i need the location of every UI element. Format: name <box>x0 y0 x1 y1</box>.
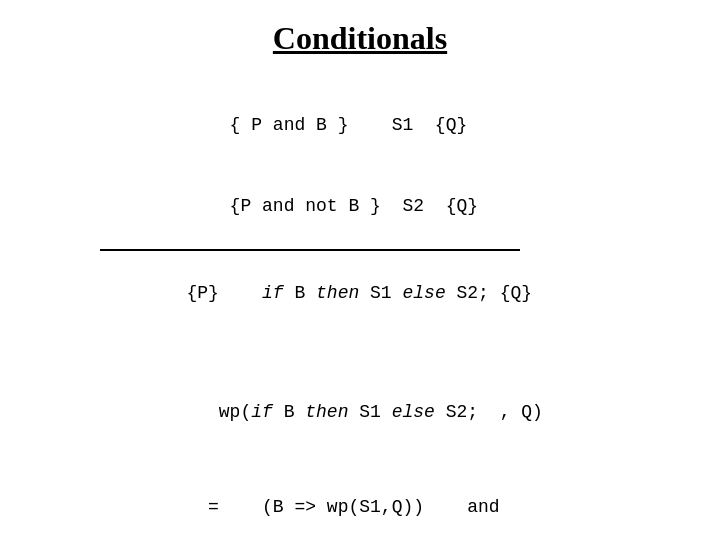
wp-block: wp(if B then S1 else S2; , Q) = (B => wp… <box>100 366 680 540</box>
slide-title: Conditionals <box>40 20 680 57</box>
slide-container: Conditionals { P and B } S1 {Q} {P and n… <box>0 0 720 540</box>
rule-line2: {P and not B } S2 {Q} <box>100 166 680 247</box>
rule-block: { P and B } S1 {Q} {P and not B } S2 {Q}… <box>100 85 680 334</box>
wp-line2: = (B => wp(S1,Q)) and <box>100 462 680 540</box>
rule-line3: {P} if B then S1 else S2; {Q} <box>100 253 680 334</box>
rule-line1: { P and B } S1 {Q} <box>100 85 680 166</box>
fraction-divider <box>100 249 520 251</box>
wp-line1: wp(if B then S1 else S2; , Q) <box>100 366 680 458</box>
content-area: { P and B } S1 {Q} {P and not B } S2 {Q}… <box>40 85 680 540</box>
